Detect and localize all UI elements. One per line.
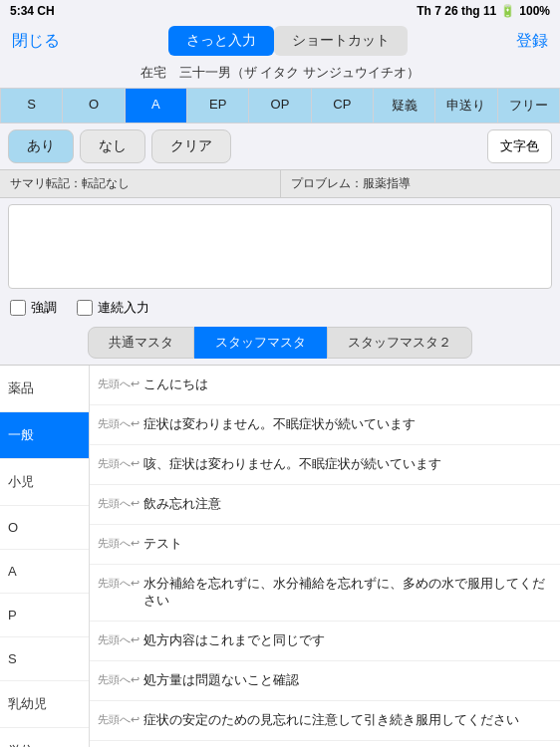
content-text-3: 飲み忘れ注意 bbox=[143, 496, 552, 513]
arrow-label-6: 先頭へ↩ bbox=[98, 632, 140, 647]
content-text-2: 咳、症状は変わりません。不眠症状が続いています bbox=[143, 456, 552, 473]
content-text-5: 水分補給を忘れずに、水分補給を忘れずに、多めの水で服用してください bbox=[143, 576, 552, 610]
moji-color-button[interactable]: 文字色 bbox=[487, 129, 552, 163]
content-item-0[interactable]: 先頭へ↩こんにちは bbox=[90, 366, 560, 405]
category-item-7[interactable]: 乳幼児 bbox=[0, 681, 89, 728]
arrow-label-7: 先頭へ↩ bbox=[98, 672, 140, 687]
tab-row: SOAEPOPCP疑義申送りフリー bbox=[0, 88, 560, 124]
arrow-label-5: 先頭へ↩ bbox=[98, 576, 140, 591]
kyocho-checkbox[interactable] bbox=[10, 300, 26, 316]
text-area-container bbox=[8, 204, 552, 289]
tab-疑義[interactable]: 疑義 bbox=[374, 89, 434, 123]
summary-right: プロブレム：服薬指導 bbox=[281, 170, 561, 197]
tab-OP[interactable]: OP bbox=[249, 89, 310, 123]
content-item-6[interactable]: 先頭へ↩処方内容はこれまでと同じです bbox=[90, 622, 560, 661]
close-button[interactable]: 閉じる bbox=[12, 31, 60, 52]
top-nav: 閉じる さっと入力 ショートカット 登録 bbox=[0, 22, 560, 62]
content-item-4[interactable]: 先頭へ↩テスト bbox=[90, 525, 560, 565]
category-item-1[interactable]: 一般 bbox=[0, 412, 89, 459]
content-text-0: こんにちは bbox=[143, 376, 552, 393]
clear-button[interactable]: クリア bbox=[151, 129, 231, 163]
summary-row: サマリ転記：転記なし プロブレム：服薬指導 bbox=[0, 169, 560, 198]
status-day: Th 7 26 thg 11 bbox=[417, 4, 496, 18]
renzoku-label: 連続入力 bbox=[98, 299, 149, 317]
checkbox-row: 強調 連続入力 bbox=[0, 295, 560, 321]
arrow-label-3: 先頭へ↩ bbox=[98, 496, 140, 511]
content-item-2[interactable]: 先頭へ↩咳、症状は変わりません。不眠症状が続いています bbox=[90, 445, 560, 485]
tab-A[interactable]: A bbox=[126, 89, 186, 123]
category-item-0[interactable]: 薬品 bbox=[0, 366, 89, 412]
content-text-8: 症状の安定のための見忘れに注意して引き続き服用してください bbox=[143, 712, 552, 729]
status-right: Th 7 26 thg 11 🔋 100% bbox=[417, 4, 550, 18]
content-text-6: 処方内容はこれまでと同じです bbox=[143, 632, 552, 649]
category-column: 薬品一般小児OAPS乳幼児単位申送り bbox=[0, 366, 90, 747]
category-item-6[interactable]: S bbox=[0, 637, 89, 681]
content-text-4: テスト bbox=[143, 536, 552, 553]
content-item-5[interactable]: 先頭へ↩水分補給を忘れずに、水分補給を忘れずに、多めの水で服用してください bbox=[90, 565, 560, 622]
master-tab-0[interactable]: 共通マスタ bbox=[88, 327, 194, 359]
content-column: 先頭へ↩こんにちは先頭へ↩症状は変わりません。不眠症状が続いています先頭へ↩咳、… bbox=[90, 366, 560, 747]
master-tab-2[interactable]: スタッフマスタ２ bbox=[327, 327, 472, 359]
status-time: 5:34 CH bbox=[10, 4, 55, 18]
ari-button[interactable]: あり bbox=[8, 129, 74, 163]
content-text-7: 処方量は問題ないこと確認 bbox=[143, 672, 552, 689]
arrow-label-8: 先頭へ↩ bbox=[98, 712, 140, 727]
kyocho-label: 強調 bbox=[31, 299, 57, 317]
tab-CP[interactable]: CP bbox=[312, 89, 373, 123]
main-list: 薬品一般小児OAPS乳幼児単位申送り 先頭へ↩こんにちは先頭へ↩症状は変わりませ… bbox=[0, 365, 560, 747]
battery-icon: 🔋 bbox=[500, 4, 515, 18]
kyocho-checkbox-label[interactable]: 強調 bbox=[10, 299, 57, 317]
tab-O[interactable]: O bbox=[63, 89, 124, 123]
arrow-label-1: 先頭へ↩ bbox=[98, 416, 140, 431]
category-item-3[interactable]: O bbox=[0, 506, 89, 550]
arrow-label-0: 先頭へ↩ bbox=[98, 376, 140, 391]
tab-フリー[interactable]: フリー bbox=[498, 89, 559, 123]
summary-left: サマリ転記：転記なし bbox=[0, 170, 281, 197]
arrow-label-2: 先頭へ↩ bbox=[98, 456, 140, 471]
tab-EP[interactable]: EP bbox=[187, 89, 248, 123]
tab-申送り[interactable]: 申送り bbox=[435, 89, 496, 123]
battery-level: 100% bbox=[519, 4, 550, 18]
master-tabs: 共通マスタスタッフマスタスタッフマスタ２ bbox=[0, 321, 560, 365]
nashi-button[interactable]: なし bbox=[80, 129, 145, 163]
master-tab-1[interactable]: スタッフマスタ bbox=[194, 327, 327, 359]
register-button[interactable]: 登録 bbox=[516, 31, 548, 52]
tab-shortcut[interactable]: ショートカット bbox=[274, 26, 408, 56]
tab-S[interactable]: S bbox=[1, 89, 62, 123]
content-item-1[interactable]: 先頭へ↩症状は変わりません。不眠症状が続いています bbox=[90, 405, 560, 445]
renzoku-checkbox[interactable] bbox=[77, 300, 93, 316]
nav-center-tabs: さっと入力 ショートカット bbox=[168, 26, 408, 56]
category-item-8[interactable]: 単位 bbox=[0, 728, 89, 747]
patient-info: 在宅 三十一男（ザ イタク サンジュウイチオ） bbox=[0, 62, 560, 88]
arrow-label-4: 先頭へ↩ bbox=[98, 536, 140, 551]
action-row: あり なし クリア 文字色 bbox=[0, 124, 560, 169]
content-item-8[interactable]: 先頭へ↩症状の安定のための見忘れに注意して引き続き服用してください bbox=[90, 701, 560, 741]
renzoku-checkbox-label[interactable]: 連続入力 bbox=[77, 299, 149, 317]
content-item-9[interactable]: 先頭へ↩引き続き 変化あればドクターに報告を bbox=[90, 741, 560, 747]
category-item-4[interactable]: A bbox=[0, 550, 89, 594]
category-item-2[interactable]: 小児 bbox=[0, 459, 89, 506]
content-text-1: 症状は変わりません。不眠症状が続いています bbox=[143, 416, 552, 433]
tab-satto-nyuryoku[interactable]: さっと入力 bbox=[168, 26, 274, 56]
content-item-7[interactable]: 先頭へ↩処方量は問題ないこと確認 bbox=[90, 661, 560, 701]
main-text-area[interactable] bbox=[9, 205, 551, 285]
content-item-3[interactable]: 先頭へ↩飲み忘れ注意 bbox=[90, 485, 560, 525]
status-bar: 5:34 CH Th 7 26 thg 11 🔋 100% bbox=[0, 0, 560, 22]
category-item-5[interactable]: P bbox=[0, 594, 89, 637]
